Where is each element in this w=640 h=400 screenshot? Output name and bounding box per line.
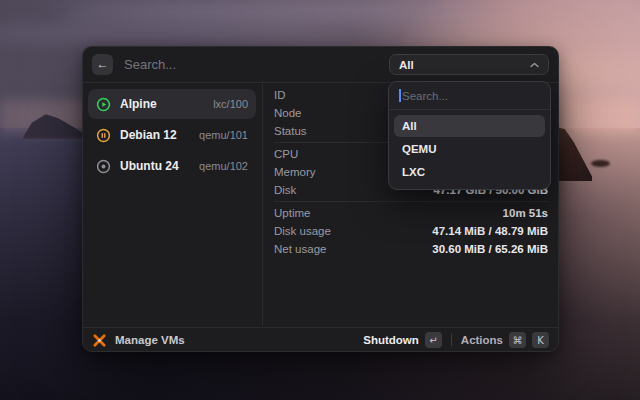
vm-list-item-ubuntu[interactable]: Ubuntu 24 qemu/102 xyxy=(88,151,256,181)
detail-label: CPU xyxy=(274,148,298,160)
detail-label: Memory xyxy=(274,166,316,178)
detail-row-disk-usage: Disk usage 47.14 MiB / 48.79 MiB xyxy=(274,222,548,240)
detail-label: Uptime xyxy=(274,207,310,219)
vm-list-item-alpine[interactable]: Alpine lxc/100 xyxy=(88,89,256,119)
vm-name: Ubuntu 24 xyxy=(120,159,179,173)
detail-value: 10m 51s xyxy=(503,207,548,219)
footer-actions: Shutdown ↵ Actions ⌘ K xyxy=(363,332,549,348)
detail-label: Disk xyxy=(274,184,296,196)
detail-label: ID xyxy=(274,89,286,101)
command-key-badge: ⌘ xyxy=(509,332,526,348)
vm-name: Alpine xyxy=(120,97,157,111)
filter-option-all[interactable]: All xyxy=(394,115,545,137)
footer-divider xyxy=(451,334,452,346)
vm-list-item-debian[interactable]: Debian 12 qemu/101 xyxy=(88,120,256,150)
detail-label: Net usage xyxy=(274,243,326,255)
type-filter-popover: All QEMU LXC xyxy=(388,81,551,190)
status-stopped-icon xyxy=(96,159,111,174)
chevron-up-icon xyxy=(530,62,539,68)
window-footer: Manage VMs Shutdown ↵ Actions ⌘ K xyxy=(82,327,559,352)
detail-label: Status xyxy=(274,125,307,137)
detail-row-net-usage: Net usage 30.60 MiB / 65.26 MiB xyxy=(274,240,548,258)
type-filter-value: All xyxy=(399,59,414,71)
filter-option-label: LXC xyxy=(402,166,425,178)
status-paused-icon xyxy=(96,128,111,143)
vm-id: qemu/102 xyxy=(199,160,248,172)
detail-label: Disk usage xyxy=(274,225,331,237)
k-key-badge: K xyxy=(532,332,549,348)
vm-id: lxc/100 xyxy=(213,98,248,110)
detail-row-uptime: Uptime 10m 51s xyxy=(274,204,548,222)
vm-name: Debian 12 xyxy=(120,128,177,142)
manage-vms-window: ← All Alpine lxc/100 xyxy=(82,46,559,352)
popover-search-input[interactable] xyxy=(402,90,540,102)
window-header: ← All xyxy=(82,46,559,83)
filter-option-lxc[interactable]: LXC xyxy=(394,161,545,183)
vm-id: qemu/101 xyxy=(199,129,248,141)
popover-search xyxy=(389,82,550,110)
status-running-icon xyxy=(96,97,111,112)
detail-value: 30.60 MiB / 65.26 MiB xyxy=(432,243,548,255)
detail-label: Node xyxy=(274,107,302,119)
popover-options: All QEMU LXC xyxy=(389,110,550,189)
vm-list: Alpine lxc/100 Debian 12 qemu/101 Ubuntu… xyxy=(82,84,263,326)
text-caret xyxy=(399,89,401,102)
actions-menu-button[interactable]: Actions xyxy=(461,334,503,346)
return-key-badge: ↵ xyxy=(425,332,442,348)
extension-title: Manage VMs xyxy=(115,334,185,346)
detail-value: 47.14 MiB / 48.79 MiB xyxy=(432,225,548,237)
filter-option-qemu[interactable]: QEMU xyxy=(394,138,545,160)
primary-action-button[interactable]: Shutdown xyxy=(363,334,419,346)
proxmox-logo-icon xyxy=(92,333,107,348)
filter-option-label: QEMU xyxy=(402,143,437,155)
type-filter-select[interactable]: All xyxy=(389,54,549,75)
details-divider xyxy=(274,201,548,202)
back-arrow-icon: ← xyxy=(97,57,109,71)
filter-option-label: All xyxy=(402,120,417,132)
back-button[interactable]: ← xyxy=(92,54,113,75)
